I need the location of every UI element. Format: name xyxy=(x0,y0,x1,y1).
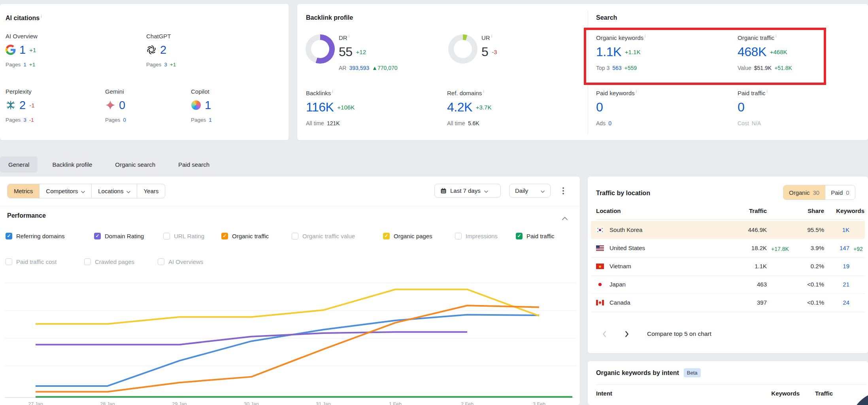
prev-page-button[interactable] xyxy=(598,328,610,340)
toggle-paid[interactable]: Paid 0 xyxy=(825,185,855,200)
checked-checkbox-icon: ✓ xyxy=(516,233,523,239)
citation-count[interactable]: 1 xyxy=(19,43,26,56)
pages-value[interactable]: 0 xyxy=(123,117,126,123)
dr-stat: DRi55+12AR393,593▲770,070 xyxy=(339,32,398,71)
stat-subline: Top 3563+559 xyxy=(596,65,645,71)
pages-value[interactable]: 3 xyxy=(23,117,26,123)
metric-checkbox-crawled-pages[interactable]: Crawled pages xyxy=(84,257,134,266)
perplexity-icon xyxy=(6,100,16,110)
toggle-organic[interactable]: Organic 30 xyxy=(783,185,825,200)
pages-label: Pages xyxy=(6,62,21,68)
info-icon: i xyxy=(41,14,42,19)
chart-line-organic-traffic xyxy=(36,305,539,392)
calendar-icon xyxy=(440,188,447,194)
next-page-button[interactable] xyxy=(621,328,633,340)
stat-value[interactable]: 1.1K xyxy=(596,45,621,58)
metric-checkbox-paid-traffic[interactable]: ✓Paid traffic xyxy=(516,232,555,240)
tab-general[interactable]: General xyxy=(0,156,38,173)
stat-value[interactable]: 0 xyxy=(738,100,744,114)
pages-label: Pages xyxy=(191,117,206,123)
metric-checkbox-referring-domains[interactable]: ✓Referring domains xyxy=(6,232,65,240)
sub-value[interactable]: 563 xyxy=(612,65,621,71)
pages-line: Pages1+1 xyxy=(6,62,38,68)
metric-checkbox-paid-traffic-cost[interactable]: Paid traffic cost xyxy=(6,257,57,266)
keywords-link[interactable]: 21 xyxy=(843,281,849,288)
metric-checkbox-organic-pages[interactable]: ✓Organic pages xyxy=(383,232,432,240)
metric-checkbox-organic-traffic[interactable]: ✓Organic traffic xyxy=(221,232,269,240)
x-axis-label: 1 Feb xyxy=(389,401,402,405)
pages-line: Pages1 xyxy=(191,117,212,123)
metric-checkbox-url-rating[interactable]: URL Rating xyxy=(163,232,204,240)
metric-checkbox-domain-rating[interactable]: ✓Domain Rating xyxy=(94,232,144,240)
metric-checkbox-ai-overviews[interactable]: AI Overviews xyxy=(158,257,203,266)
info-icon: i xyxy=(349,34,349,38)
chevron-down-icon xyxy=(541,187,545,194)
metrics-filter-button[interactable]: Metrics xyxy=(8,184,40,198)
pages-value[interactable]: 1 xyxy=(209,117,212,123)
share-value: 0.2% xyxy=(811,262,824,270)
granularity-button[interactable]: Daily xyxy=(509,184,551,198)
x-axis-label: 31 Jan xyxy=(316,401,331,405)
location-row-vietnam[interactable]: Vietnam1.1K0.2%19 xyxy=(591,257,865,276)
keywords-link[interactable]: 147 xyxy=(840,244,849,252)
compare-top5-link[interactable]: Compare top 5 on chart xyxy=(647,330,711,337)
info-icon: i xyxy=(776,34,776,38)
stat-subline: Value$51.9K+51.8K xyxy=(738,65,792,71)
stat-delta: +12 xyxy=(356,49,366,55)
keywords-by-intent-panel: Organic keywords by intent Beta IntentKe… xyxy=(588,361,868,405)
location-row-south-korea[interactable]: South Korea446.9K95.5%1K xyxy=(591,221,865,239)
pages-value[interactable]: 1 xyxy=(23,62,26,68)
sub-value[interactable]: 393,593 xyxy=(349,65,369,71)
share-value: <0.1% xyxy=(807,281,824,288)
metric-checkbox-impressions[interactable]: Impressions xyxy=(455,232,498,240)
citation-count[interactable]: 2 xyxy=(19,99,26,111)
keywords-link[interactable]: 24 xyxy=(843,299,849,307)
citation-count[interactable]: 1 xyxy=(205,99,211,111)
keywords-delta: +92 xyxy=(853,245,863,253)
location-row-canada[interactable]: Canada397<0.1%24 xyxy=(591,294,865,312)
metric-label: Domain Rating xyxy=(105,233,144,239)
metric-checkbox-organic-traffic-value[interactable]: Organic traffic value xyxy=(292,232,355,240)
tab-backlink-profile[interactable]: Backlink profile xyxy=(44,156,100,173)
stat-value[interactable]: 4.2K xyxy=(447,100,472,114)
more-options-button[interactable] xyxy=(558,185,568,196)
tab-organic-search[interactable]: Organic search xyxy=(107,156,164,173)
checked-checkbox-icon: ✓ xyxy=(6,233,12,239)
stat-value[interactable]: 468K xyxy=(738,45,766,58)
google-icon xyxy=(6,45,16,55)
chevron-down-icon xyxy=(126,188,130,194)
stat-delta: +1.1K xyxy=(625,49,641,55)
chevron-up-icon[interactable] xyxy=(562,215,568,218)
col-header-share: Share xyxy=(808,207,824,214)
locations-filter-button[interactable]: Locations xyxy=(92,184,137,198)
location-row-japan[interactable]: Japan463<0.1%21 xyxy=(591,275,865,294)
performance-card: Metrics Competitors Locations Years Last… xyxy=(0,177,580,405)
stat-subline: All time5.6K xyxy=(447,120,491,126)
unchecked-checkbox-icon xyxy=(292,233,298,239)
sub-value[interactable]: 0 xyxy=(608,120,611,126)
keywords-link[interactable]: 1K xyxy=(842,226,849,234)
location-row-united-states[interactable]: United States18.2K+17.8K3.9%147+92 xyxy=(591,239,865,258)
date-range-button[interactable]: Last 7 days xyxy=(434,184,501,198)
unchecked-checkbox-icon xyxy=(6,258,12,265)
pages-value[interactable]: 3 xyxy=(164,62,167,68)
pages-label: Pages xyxy=(105,117,120,123)
citation-count[interactable]: 2 xyxy=(160,43,166,56)
unchecked-checkbox-icon xyxy=(163,233,170,239)
sub-value: ▲770,070 xyxy=(372,65,397,71)
tab-paid-search[interactable]: Paid search xyxy=(170,156,218,173)
chevron-down-icon xyxy=(81,188,85,194)
years-filter-button[interactable]: Years xyxy=(137,184,165,198)
ca-flag-icon xyxy=(596,300,604,305)
stat-value[interactable]: 116K xyxy=(306,100,334,114)
stat-label: Organic traffici xyxy=(738,32,792,42)
competitors-filter-button[interactable]: Competitors xyxy=(40,184,92,198)
keywords-link[interactable]: 19 xyxy=(843,262,849,270)
stat-value[interactable]: 0 xyxy=(596,100,603,114)
stat-delta: +468K xyxy=(770,49,787,55)
citation-count[interactable]: 0 xyxy=(119,99,125,111)
ur-donut xyxy=(448,34,477,64)
metric-label: Paid traffic xyxy=(526,233,555,239)
share-value: 3.9% xyxy=(811,244,824,252)
country-name: South Korea xyxy=(609,226,642,234)
